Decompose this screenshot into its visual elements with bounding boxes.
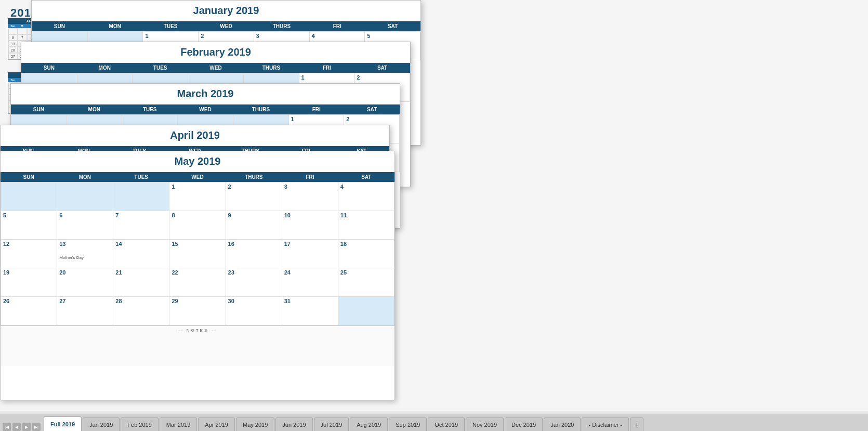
tab-jan-2020[interactable]: Jan 2020	[544, 417, 581, 431]
tab-nov-2019[interactable]: Nov 2019	[466, 417, 504, 431]
nav-first-btn[interactable]: |◀	[3, 423, 11, 431]
notes-bar-may: — NOTES —	[1, 325, 394, 335]
tab-mar-2019[interactable]: Mar 2019	[160, 417, 197, 431]
nav-prev-btn[interactable]: ◀	[12, 423, 21, 431]
tab-jun-2019[interactable]: Jun 2019	[275, 417, 312, 431]
tab-feb-2019[interactable]: Feb 2019	[121, 417, 158, 431]
add-sheet-button[interactable]: +	[630, 417, 643, 431]
notes-area-may	[1, 335, 394, 366]
main-area: 2019 ANNUAL CALENDAR TEMPLATE JANUARY 20…	[0, 0, 868, 411]
tab-aug-2019[interactable]: Aug 2019	[350, 417, 388, 431]
sheet-navigation: |◀ ◀ ▶ ▶|	[3, 423, 41, 431]
nav-next-btn[interactable]: ▶	[22, 423, 31, 431]
tab-sep-2019[interactable]: Sep 2019	[389, 417, 427, 431]
tab-may-2019[interactable]: May 2019	[236, 417, 274, 431]
tab-dec-2019[interactable]: Dec 2019	[505, 417, 543, 431]
tab-oct-2019[interactable]: Oct 2019	[428, 417, 465, 431]
tab-jan-2019[interactable]: Jan 2019	[83, 417, 120, 431]
tab-bar: |◀ ◀ ▶ ▶| Full 2019 Jan 2019 Feb 2019 Ma…	[0, 414, 868, 431]
tab-apr-2019[interactable]: Apr 2019	[198, 417, 235, 431]
tab-disclaimer[interactable]: - Disclaimer -	[582, 417, 629, 431]
nav-last-btn[interactable]: ▶|	[32, 423, 41, 431]
tab-full-2019[interactable]: Full 2019	[44, 416, 82, 431]
tab-jul-2019[interactable]: Jul 2019	[314, 417, 349, 431]
monthly-card-may: May 2019 SUN MON TUES WED THURS FRI SAT …	[0, 151, 395, 400]
